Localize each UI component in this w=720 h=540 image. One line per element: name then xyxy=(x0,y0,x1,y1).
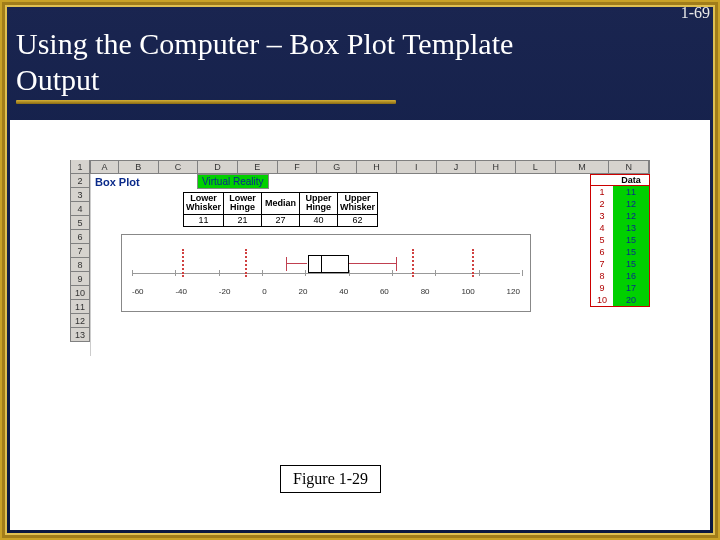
list-item: 917 xyxy=(591,282,649,294)
fence-line xyxy=(245,249,247,277)
row-header: 13 xyxy=(71,328,89,342)
row-header: 8 xyxy=(71,258,89,272)
stats-value-cell: 62 xyxy=(338,214,378,226)
row-header: 2 xyxy=(71,174,89,188)
stats-header-cell: LowerHinge xyxy=(224,193,262,215)
x-axis-ticks: -60-40-20020406080100120 xyxy=(132,287,520,296)
tick-label: 40 xyxy=(339,287,348,296)
column-header: A xyxy=(91,161,119,173)
boxplot-chart: -60-40-20020406080100120 xyxy=(121,234,531,312)
list-item: 1020 xyxy=(591,294,649,306)
fence-line xyxy=(182,249,184,277)
column-header: I xyxy=(397,161,437,173)
column-header: N xyxy=(609,161,649,173)
row-header: 1 xyxy=(71,160,89,174)
content-area: ABCDEFGHIJHLMN 12345678910111213 Box Plo… xyxy=(10,120,710,530)
column-header: E xyxy=(238,161,278,173)
data-value-header: Data xyxy=(613,175,649,185)
list-item: 312 xyxy=(591,210,649,222)
column-header: L xyxy=(516,161,556,173)
row-header: 11 xyxy=(71,300,89,314)
stats-value-cell: 27 xyxy=(262,214,300,226)
column-header: C xyxy=(159,161,199,173)
column-header: D xyxy=(198,161,238,173)
row-header: 5 xyxy=(71,216,89,230)
tick-label: -40 xyxy=(175,287,187,296)
row-header: 3 xyxy=(71,188,89,202)
row-headers: 12345678910111213 xyxy=(70,160,90,342)
data-index-header xyxy=(591,175,613,185)
tick-label: 0 xyxy=(262,287,266,296)
x-axis xyxy=(132,273,520,274)
column-header: G xyxy=(317,161,357,173)
data-header: Data xyxy=(590,174,650,186)
list-item: 212 xyxy=(591,198,649,210)
series-name-cell: Virtual Reality xyxy=(197,174,269,189)
row-header: 10 xyxy=(71,286,89,300)
median-line xyxy=(321,255,322,273)
column-headers: ABCDEFGHIJHLMN xyxy=(90,160,650,174)
spreadsheet: ABCDEFGHIJHLMN 12345678910111213 Box Plo… xyxy=(90,160,650,356)
tick-label: 60 xyxy=(380,287,389,296)
fence-line xyxy=(412,249,414,277)
list-item: 615 xyxy=(591,246,649,258)
column-header: H xyxy=(357,161,397,173)
list-item: 715 xyxy=(591,258,649,270)
tick-label: -60 xyxy=(132,287,144,296)
row-header: 9 xyxy=(71,272,89,286)
list-item: 111 xyxy=(591,186,649,198)
tick-label: 100 xyxy=(461,287,474,296)
stats-header-cell: UpperWhisker xyxy=(338,193,378,215)
fence-line xyxy=(472,249,474,277)
list-item: 816 xyxy=(591,270,649,282)
table-row: 1121274062 xyxy=(184,214,378,226)
title-underline xyxy=(16,100,396,104)
stats-value-cell: 21 xyxy=(224,214,262,226)
tick-label: 120 xyxy=(507,287,520,296)
column-header: H xyxy=(476,161,516,173)
row-header: 4 xyxy=(71,202,89,216)
stats-header-cell: Median xyxy=(262,193,300,215)
column-header: B xyxy=(119,161,159,173)
column-header: F xyxy=(278,161,318,173)
box xyxy=(308,255,349,273)
column-header: M xyxy=(556,161,610,173)
data-column: Data 1112123124135156157158169171020 xyxy=(590,174,650,307)
row-header: 12 xyxy=(71,314,89,328)
title-block: Using the Computer – Box Plot Template O… xyxy=(16,26,600,104)
five-number-summary-table: LowerWhiskerLowerHingeMedianUpperHingeUp… xyxy=(183,192,378,227)
tick-label: -20 xyxy=(219,287,231,296)
tick-label: 20 xyxy=(298,287,307,296)
tick-label: 80 xyxy=(421,287,430,296)
list-item: 413 xyxy=(591,222,649,234)
list-item: 515 xyxy=(591,234,649,246)
figure-caption: Figure 1-29 xyxy=(280,465,381,493)
stats-header-cell: UpperHinge xyxy=(300,193,338,215)
slide-title: Using the Computer – Box Plot Template O… xyxy=(16,26,600,98)
stats-value-cell: 11 xyxy=(184,214,224,226)
table-row: LowerWhiskerLowerHingeMedianUpperHingeUp… xyxy=(184,193,378,215)
page-number: 1-69 xyxy=(681,4,710,22)
sheet-body: Box Plot Virtual Reality LowerWhiskerLow… xyxy=(90,174,650,356)
boxplot-title-cell: Box Plot xyxy=(95,176,140,188)
row-header: 6 xyxy=(71,230,89,244)
data-rows: 1112123124135156157158169171020 xyxy=(590,186,650,307)
stats-value-cell: 40 xyxy=(300,214,338,226)
column-header: J xyxy=(437,161,477,173)
row-header: 7 xyxy=(71,244,89,258)
stats-header-cell: LowerWhisker xyxy=(184,193,224,215)
